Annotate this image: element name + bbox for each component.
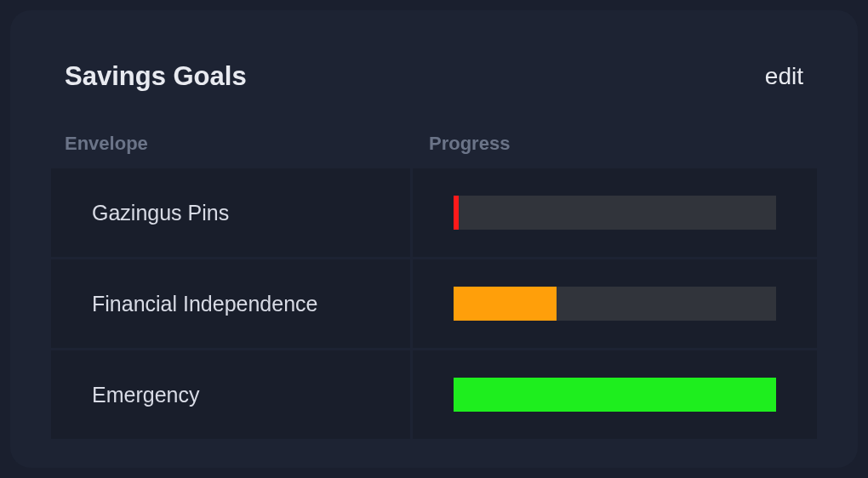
envelope-cell: Gazingus Pins [51, 168, 410, 257]
card-header: Savings Goals edit [51, 61, 817, 92]
progress-fill [454, 196, 459, 230]
progress-bar [454, 378, 776, 412]
table-body: Gazingus Pins Financial Independence [51, 168, 817, 439]
envelope-name: Financial Independence [92, 292, 317, 316]
table-row: Emergency [51, 350, 817, 439]
envelope-name: Emergency [92, 383, 199, 407]
table-header: Envelope Progress [51, 133, 817, 155]
column-header-progress: Progress [429, 133, 803, 155]
edit-button[interactable]: edit [765, 63, 803, 90]
progress-bar [454, 287, 776, 321]
progress-fill [454, 287, 557, 321]
envelope-name: Gazingus Pins [92, 201, 229, 225]
column-header-envelope: Envelope [65, 133, 429, 155]
envelope-cell: Financial Independence [51, 259, 410, 348]
progress-cell [413, 350, 817, 439]
table-row: Gazingus Pins [51, 168, 817, 257]
envelope-cell: Emergency [51, 350, 410, 439]
card-title: Savings Goals [65, 61, 247, 92]
progress-cell [413, 259, 817, 348]
progress-fill [454, 378, 776, 412]
progress-bar [454, 196, 776, 230]
goals-table: Envelope Progress Gazingus Pins Financia… [51, 133, 817, 439]
savings-goals-card: Savings Goals edit Envelope Progress Gaz… [10, 10, 858, 468]
progress-cell [413, 168, 817, 257]
table-row: Financial Independence [51, 259, 817, 348]
